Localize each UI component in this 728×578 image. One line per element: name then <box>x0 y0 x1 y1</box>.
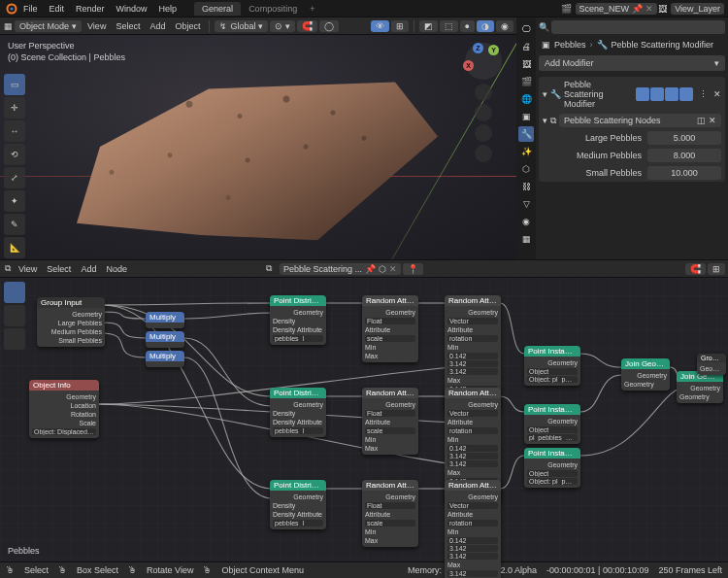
props-tab-scene[interactable]: 🎬 <box>518 74 534 89</box>
orientation-selector[interactable]: ↯Global▾ <box>215 20 268 32</box>
props-tab-object[interactable]: ▣ <box>518 109 534 124</box>
workspace-tab-compositing[interactable]: Compositing <box>241 2 305 16</box>
tool-select[interactable]: ▭ <box>4 74 25 95</box>
viewlayer-selector[interactable]: View_Layer <box>671 3 724 15</box>
pin-toggle[interactable]: 📍 <box>403 263 423 275</box>
tool-move[interactable]: ↔ <box>4 120 25 142</box>
nav-gizmo[interactable]: X Y Z <box>465 43 502 80</box>
props-tab-texture[interactable]: ▦ <box>518 231 534 247</box>
node-group-input[interactable]: Group Input Geometry Large Pebbles Mediu… <box>37 297 105 347</box>
menu-help[interactable]: Help <box>153 2 183 16</box>
node-menu-select[interactable]: Select <box>43 263 75 275</box>
close-icon[interactable]: ✕ <box>713 89 721 99</box>
3d-viewport[interactable]: User Perspective (0) Scene Collection | … <box>0 35 516 259</box>
node-random-attribute[interactable]: Random Attribute GeometryFloatAttributes… <box>362 480 418 547</box>
mod-display-viewport[interactable] <box>650 87 664 101</box>
node-math-multiply[interactable]: Multiply <box>146 351 184 367</box>
persp-toggle[interactable] <box>475 145 492 162</box>
mod-display-render[interactable] <box>679 87 693 101</box>
vp-menu-select[interactable]: Select <box>112 20 144 32</box>
prop-value-input[interactable]: 5.000 <box>647 131 721 145</box>
node-point-instance[interactable]: Point Instance GeometryObjectpl_pebbles_… <box>524 404 580 444</box>
mode-selector[interactable]: Object Mode▾ <box>15 20 82 32</box>
props-tab-render[interactable]: 🖵 <box>518 21 534 37</box>
node-canvas[interactable]: Group Input Geometry Large Pebbles Mediu… <box>0 278 728 561</box>
overlay-toggle[interactable]: ⊞ <box>708 263 725 275</box>
node-point-instance[interactable]: Point Instance GeometryObjectObject: pl_… <box>524 346 580 386</box>
prop-value-input[interactable]: 8.000 <box>647 149 721 162</box>
modifier-name[interactable]: Pebble Scattering Modifier <box>564 80 633 109</box>
vp-menu-view[interactable]: View <box>83 20 110 32</box>
menu-window[interactable]: Window <box>111 2 153 16</box>
pin-icon[interactable]: 📌 <box>365 264 376 274</box>
props-tab-modifiers[interactable]: 🔧 <box>518 126 534 142</box>
mod-display-editmode[interactable] <box>665 87 678 101</box>
node-math-multiply[interactable]: Multiply <box>146 312 184 328</box>
props-tab-material[interactable]: ◉ <box>518 214 534 229</box>
props-tab-output[interactable]: 🖨 <box>518 39 534 54</box>
node-menu-node[interactable]: Node <box>102 263 131 275</box>
crumb-object[interactable]: Pebbles <box>554 40 586 50</box>
node-point-distribute[interactable]: Point Distribute GeometryDensityDensity … <box>270 388 326 437</box>
tool-cursor[interactable]: ✛ <box>4 97 25 119</box>
props-tab-data[interactable]: ▽ <box>518 196 534 212</box>
shield-icon[interactable]: ⬡ <box>379 264 386 274</box>
node-random-attribute[interactable]: Random Attribute GeometryFloatAttributes… <box>362 388 418 455</box>
disclosure-toggle[interactable]: ▾ <box>543 89 547 99</box>
gizmo-y[interactable]: Y <box>488 45 499 55</box>
tool-select-box[interactable] <box>4 282 25 303</box>
node-point-instance[interactable]: Point Instance GeometryObjectObject: pl_… <box>524 448 580 488</box>
zoom-gizmo[interactable] <box>475 84 492 101</box>
pin-icon[interactable]: 📌 <box>632 4 643 14</box>
scene-selector[interactable]: Scene_NEW 📌 ✕ <box>576 3 658 15</box>
props-tab-physics[interactable]: ⬡ <box>518 161 534 177</box>
tool-links-cut[interactable] <box>4 328 25 350</box>
node-random-attribute[interactable]: Random Attribute GeometryVectorAttribute… <box>445 480 501 578</box>
gizmo-visibility[interactable]: 👁 <box>371 20 389 32</box>
menu-edit[interactable]: Edit <box>44 2 71 16</box>
shading-solid[interactable]: ● <box>460 20 475 32</box>
pivot-selector[interactable]: ⊙▾ <box>270 20 295 32</box>
overlay-toggle[interactable]: ⊞ <box>391 20 409 32</box>
workspace-add-button[interactable]: + <box>305 2 319 16</box>
close-icon[interactable]: ✕ <box>389 264 397 274</box>
camera-gizmo[interactable] <box>475 124 492 142</box>
vp-menu-object[interactable]: Object <box>171 20 204 32</box>
snap-toggle[interactable]: 🧲 <box>685 263 706 275</box>
proportional-toggle[interactable]: ◯ <box>319 20 339 32</box>
tool-annotate[interactable] <box>4 305 25 326</box>
add-modifier-button[interactable]: Add Modifier ▾ <box>539 55 725 71</box>
prop-value-input[interactable]: 10.000 <box>647 166 721 180</box>
menu-file[interactable]: File <box>17 2 44 16</box>
node-point-distribute[interactable]: Point Distribute GeometryDensityDensity … <box>270 480 326 529</box>
menu-render[interactable]: Render <box>70 2 111 16</box>
properties-search-input[interactable] <box>551 20 725 34</box>
tool-annotate[interactable]: ✎ <box>4 214 25 235</box>
node-group-field[interactable]: Pebble Scattering Nodes ◫ ✕ <box>559 114 721 127</box>
node-random-attribute[interactable]: Random Attribute GeometryFloatAttributes… <box>362 295 418 362</box>
workspace-tab-general[interactable]: General <box>194 2 241 16</box>
xray-toggle[interactable]: ◩ <box>419 20 438 32</box>
node-join-geometry[interactable]: Join Geometry GeometryGeometry <box>621 358 670 391</box>
props-tab-world[interactable]: 🌐 <box>518 91 534 107</box>
node-point-distribute[interactable]: Point Distribute GeometryDensityDensity … <box>270 295 326 345</box>
nodetree-selector[interactable]: Pebble Scattering ... 📌 ⬡ ✕ <box>280 263 401 275</box>
props-tab-particles[interactable]: ✨ <box>518 144 534 159</box>
modifier-extras-icon[interactable]: ⋮ <box>696 89 711 99</box>
node-math-multiply[interactable]: Multiply <box>146 331 184 348</box>
tool-transform[interactable]: ✦ <box>4 190 25 212</box>
close-icon[interactable]: ✕ <box>645 4 653 14</box>
props-tab-viewlayer[interactable]: 🖼 <box>518 56 534 72</box>
shading-wireframe[interactable]: ⬚ <box>440 20 458 32</box>
node-object-info[interactable]: Object Info Geometry Location Rotation S… <box>29 380 99 438</box>
tool-scale[interactable]: ⤢ <box>4 167 25 188</box>
node-menu-view[interactable]: View <box>15 263 41 275</box>
snap-toggle[interactable]: 🧲 <box>297 20 317 32</box>
editor-type-icon[interactable]: ⧉ <box>3 264 13 274</box>
vp-menu-add[interactable]: Add <box>146 20 169 32</box>
tool-rotate[interactable]: ⟲ <box>4 144 25 165</box>
disclosure-toggle[interactable]: ▾ <box>543 116 547 125</box>
shading-material[interactable]: ◑ <box>477 20 494 32</box>
gizmo-z[interactable]: Z <box>473 43 483 53</box>
mod-display-oncage[interactable] <box>636 87 649 101</box>
